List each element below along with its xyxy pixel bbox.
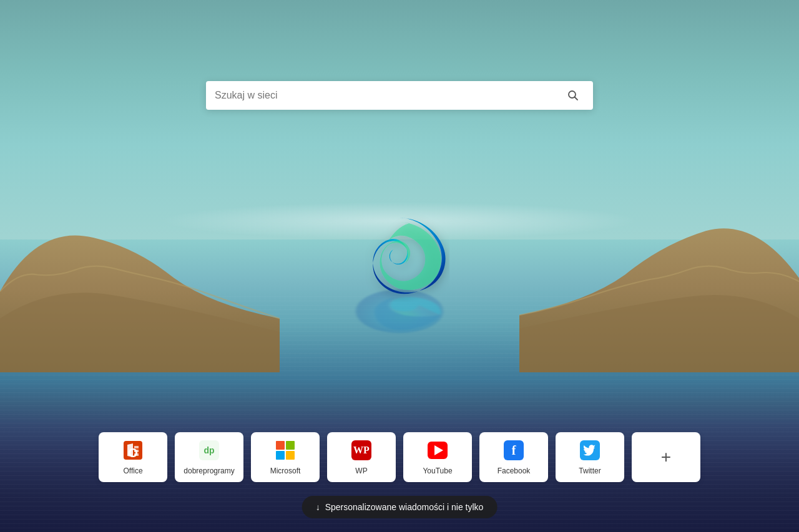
quick-links: O Office dp dobreprogramy Microsoft [99, 432, 700, 482]
wp-label: WP [355, 467, 367, 475]
microsoft-icon [274, 439, 297, 462]
bottom-banner[interactable]: ↓ Spersonalizowane wiadomości i nie tylk… [302, 496, 498, 518]
bottom-banner-arrow: ↓ [316, 502, 320, 512]
bottom-banner-text: Spersonalizowane wiadomości i nie tylko [325, 502, 484, 512]
youtube-label: YouTube [423, 467, 452, 475]
search-container [206, 81, 593, 110]
dobreprogramy-label: dobreprogramy [184, 467, 234, 475]
hills-left [0, 170, 280, 372]
quick-link-wp[interactable]: WP WP [327, 432, 396, 482]
quick-link-facebook[interactable]: f Facebook [479, 432, 548, 482]
wp-icon: WP [350, 439, 373, 462]
search-button[interactable] [562, 84, 584, 107]
office-icon: O [122, 439, 144, 462]
svg-line-2 [575, 97, 578, 100]
twitter-icon [579, 439, 601, 462]
add-site-plus-icon: + [661, 447, 671, 467]
edge-logo [350, 208, 449, 308]
quick-link-twitter[interactable]: Twitter [556, 432, 624, 482]
search-bar [206, 81, 593, 110]
add-site-button[interactable]: + [632, 432, 700, 482]
hills-right [519, 170, 799, 372]
search-input[interactable] [215, 90, 562, 101]
quick-link-office[interactable]: O Office [99, 432, 167, 482]
facebook-icon: f [502, 439, 525, 462]
twitter-label: Twitter [579, 467, 600, 475]
quick-link-youtube[interactable]: YouTube [403, 432, 472, 482]
youtube-icon [426, 439, 449, 462]
dobreprogramy-icon: dp [198, 439, 220, 462]
microsoft-label: Microsoft [270, 467, 301, 475]
facebook-label: Facebook [498, 467, 531, 475]
office-label: Office [123, 467, 142, 475]
quick-link-dobreprogramy[interactable]: dp dobreprogramy [175, 432, 243, 482]
quick-link-microsoft[interactable]: Microsoft [251, 432, 320, 482]
